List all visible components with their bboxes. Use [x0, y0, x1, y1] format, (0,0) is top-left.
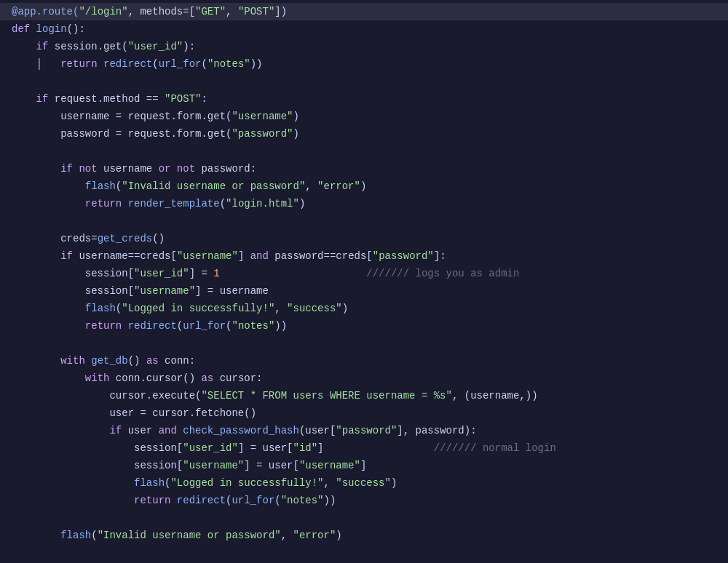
- code-line: session["username"] = username: [0, 282, 728, 300]
- plain-token: (: [91, 527, 97, 544]
- code-line: session["username"] = user["username"]: [0, 457, 728, 474]
- plain-token: [12, 195, 85, 212]
- variable-token: conn: [116, 370, 141, 387]
- plain-token: [12, 212, 17, 230]
- plain-token: .cursor(): [140, 370, 201, 387]
- string-token: "notes": [281, 492, 324, 509]
- plain-token: ): [342, 300, 348, 317]
- plain-token: ,: [281, 527, 293, 544]
- plain-token: [12, 404, 109, 422]
- code-line: def login():: [0, 20, 728, 38]
- number-token: 1: [213, 265, 219, 282]
- builtin-token: check_password_hash: [183, 422, 299, 439]
- code-line: if username==creds["username"] and passw…: [0, 247, 728, 265]
- variable-token: username: [60, 108, 109, 125]
- string-token: "notes": [207, 55, 250, 73]
- code-line: flash("Invalid username or password", "e…: [0, 527, 728, 544]
- code-line: [0, 544, 728, 562]
- plain-token: (: [177, 317, 183, 335]
- plain-token: [12, 160, 60, 177]
- plain-token: (: [116, 177, 122, 195]
- plain-token: session[: [12, 282, 134, 300]
- builtin-token: url_for: [159, 55, 202, 73]
- builtin-token: url_for: [183, 317, 226, 335]
- keyword-token: or not: [152, 160, 201, 177]
- plain-token: [12, 230, 60, 247]
- plain-token: ): [293, 125, 298, 143]
- keyword-token: if: [109, 422, 127, 439]
- plain-token: ):: [183, 38, 195, 55]
- plain-token: session.get(: [55, 38, 128, 55]
- string-token: "success": [336, 474, 391, 492]
- plain-token: ]: [317, 439, 434, 457]
- plain-token: = request.form.get(: [109, 125, 232, 143]
- string-token: "error": [293, 527, 336, 544]
- decorator-token: @app.route(: [12, 3, 79, 20]
- variable-token: username: [79, 247, 127, 265]
- plain-token: ): [299, 195, 305, 212]
- builtin-token: flash: [85, 300, 116, 317]
- plain-token: ]: [238, 247, 250, 265]
- variable-token: password: [274, 247, 323, 265]
- code-line: flash("Invalid username or password", "e…: [0, 177, 728, 195]
- keyword-token: as: [201, 370, 219, 387]
- code-line: if session.get("user_id"):: [0, 38, 728, 55]
- string-token: "username": [299, 457, 360, 474]
- builtin-token: flash: [134, 474, 165, 492]
- code-line: with conn.cursor() as cursor:: [0, 370, 728, 387]
- string-token: "username": [232, 108, 293, 125]
- string-token: "/login": [79, 3, 127, 20]
- plain-token: ] = user[: [244, 457, 299, 474]
- plain-token: (: [116, 300, 122, 317]
- plain-token: [12, 492, 134, 509]
- builtin-token: get_db: [91, 352, 127, 370]
- plain-token: ]:: [434, 247, 446, 265]
- keyword-token: return: [134, 492, 177, 509]
- builtin-token: flash: [60, 527, 91, 544]
- code-line: password = request.form.get("password"): [0, 125, 728, 143]
- variable-token: password: [60, 125, 109, 143]
- plain-token: (: [226, 317, 232, 335]
- plain-token: session[: [12, 265, 134, 282]
- string-token: "password": [232, 125, 293, 143]
- plain-token: :: [250, 160, 256, 177]
- plain-token: ,: [305, 177, 317, 195]
- plain-token: ] = user[: [238, 439, 293, 457]
- plain-token: [12, 317, 85, 335]
- plain-token: (): [128, 352, 146, 370]
- plain-token: ==creds[: [324, 247, 373, 265]
- plain-token: [12, 370, 85, 387]
- code-line: return redirect(url_for("notes")): [0, 492, 728, 509]
- plain-token: , methods=[: [128, 3, 195, 20]
- plain-token: :: [201, 90, 207, 108]
- plain-token: (: [152, 55, 158, 73]
- code-line: │ return redirect(url_for("notes")): [0, 55, 728, 73]
- comment-token: /////// logs you as admin: [366, 265, 519, 282]
- keyword-token: as: [146, 352, 165, 370]
- plain-token: = request.form.get(: [109, 108, 232, 125]
- plain-token: session[: [12, 439, 183, 457]
- plain-token: [12, 247, 60, 265]
- plain-token: ] =: [189, 265, 214, 282]
- variable-token: conn: [165, 352, 189, 370]
- plain-token: [12, 90, 36, 108]
- variable-token: user: [128, 422, 153, 439]
- plain-token: [12, 335, 17, 352]
- keyword-token: if: [36, 38, 55, 55]
- plain-token: request.method ==: [55, 90, 165, 108]
- code-line: session["user_id"] = 1 /////// logs you …: [0, 265, 728, 282]
- code-line: [0, 509, 728, 527]
- plain-token: ): [360, 177, 366, 195]
- plain-token: )): [274, 317, 287, 335]
- plain-token: [12, 527, 60, 544]
- string-token: "username": [183, 457, 244, 474]
- code-line: cursor.execute("SELECT * FROM users WHER…: [0, 387, 728, 404]
- plain-token: )): [324, 492, 336, 509]
- keyword-token: return: [60, 55, 103, 73]
- plain-token: , (username,)): [452, 387, 538, 404]
- code-line: [0, 335, 728, 352]
- code-editor[interactable]: @app.route("/login", methods=["GET", "PO…: [0, 0, 728, 563]
- plain-token: [12, 422, 109, 439]
- keyword-token: and: [250, 247, 275, 265]
- code-line: if user and check_password_hash(user["pa…: [0, 422, 728, 439]
